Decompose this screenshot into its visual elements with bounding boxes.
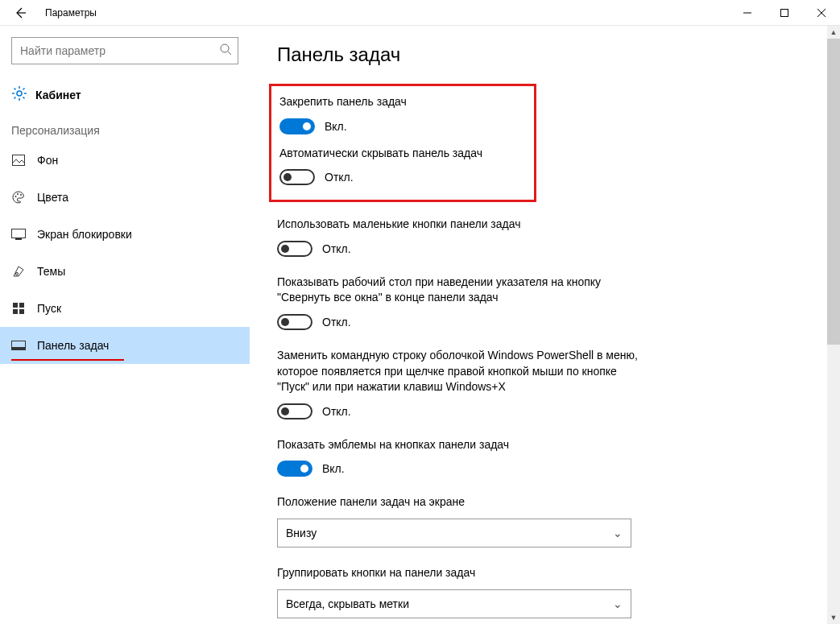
dropdown-label-position: Положение панели задач на экране (277, 494, 648, 510)
sidebar-item-label: Пуск (37, 302, 61, 315)
sidebar-item-background[interactable]: Фон (0, 142, 250, 179)
sidebar-item-label: Цвета (37, 191, 68, 204)
sidebar-item-label: Панель задач (37, 339, 109, 352)
taskbar-icon (11, 341, 26, 350)
titlebar: Параметры (0, 0, 840, 26)
toggle-peek[interactable] (277, 314, 312, 330)
palette-icon (11, 191, 26, 204)
content-area: Панель задач Закрепить панель задач Вкл.… (250, 26, 840, 624)
svg-rect-14 (13, 303, 18, 308)
sidebar-item-start[interactable]: Пуск (0, 290, 250, 327)
svg-point-13 (16, 273, 19, 275)
annotation-highlight-box: Закрепить панель задач Вкл. Автоматическ… (269, 84, 536, 202)
dropdown-position[interactable]: Внизу ⌄ (277, 519, 631, 548)
window-controls (729, 0, 840, 26)
scroll-up-icon[interactable]: ▲ (827, 26, 840, 39)
toggle-powershell[interactable] (277, 403, 312, 419)
start-icon (11, 303, 26, 314)
svg-point-10 (20, 194, 22, 196)
svg-line-5 (228, 52, 231, 55)
minimize-button[interactable] (729, 0, 766, 26)
setting-label-small-buttons: Использовать маленькие кнопки панели зад… (277, 217, 648, 233)
page-title: Панель задач (277, 43, 824, 66)
chevron-down-icon: ⌄ (613, 527, 623, 539)
scroll-thumb[interactable] (827, 39, 840, 345)
search-icon (219, 43, 232, 59)
sidebar-item-colors[interactable]: Цвета (0, 179, 250, 216)
lockscreen-icon (11, 229, 26, 240)
scroll-down-icon[interactable]: ▼ (827, 611, 840, 624)
svg-point-9 (17, 193, 19, 195)
toggle-state: Откл. (322, 405, 351, 418)
back-button[interactable] (8, 1, 32, 25)
toggle-state: Вкл. (322, 462, 345, 475)
toggle-badges[interactable] (277, 461, 312, 477)
sidebar-item-themes[interactable]: Темы (0, 253, 250, 290)
search-input[interactable] (11, 37, 238, 64)
svg-rect-16 (13, 309, 18, 314)
svg-point-4 (221, 44, 229, 52)
svg-point-8 (15, 196, 17, 197)
home-label: Кабинет (35, 89, 81, 101)
toggle-state: Вкл. (325, 120, 347, 133)
chevron-down-icon: ⌄ (613, 597, 623, 610)
svg-rect-12 (15, 238, 22, 240)
gear-icon (11, 85, 27, 105)
sidebar-item-label: Темы (37, 265, 65, 278)
toggle-state: Откл. (322, 316, 351, 329)
scrollbar[interactable]: ▲ ▼ (827, 26, 840, 624)
dropdown-combine[interactable]: Всегда, скрывать метки ⌄ (277, 589, 631, 618)
toggle-autohide[interactable] (279, 169, 315, 185)
toggle-state: Откл. (322, 242, 351, 255)
close-button[interactable] (803, 0, 840, 26)
home-link[interactable]: Кабинет (0, 79, 250, 116)
setting-label-autohide: Автоматически скрывать панель задач (279, 146, 526, 162)
sidebar: Кабинет Персонализация Фон Цвета Экран б… (0, 26, 250, 624)
picture-icon (11, 155, 26, 166)
sidebar-item-lockscreen[interactable]: Экран блокировки (0, 216, 250, 253)
setting-label-peek: Показывать рабочий стол при наведении ук… (277, 275, 648, 306)
group-label: Персонализация (0, 116, 250, 142)
setting-label-lock: Закрепить панель задач (279, 94, 526, 110)
toggle-state: Откл. (325, 171, 354, 184)
arrow-left-icon (14, 6, 27, 19)
svg-rect-15 (19, 303, 24, 308)
maximize-button[interactable] (766, 0, 803, 26)
sidebar-item-label: Фон (37, 154, 58, 167)
toggle-lock-taskbar[interactable] (279, 118, 315, 134)
dropdown-value: Внизу (286, 527, 317, 539)
themes-icon (11, 265, 26, 278)
svg-rect-17 (19, 309, 24, 314)
svg-rect-19 (12, 347, 26, 350)
sidebar-item-taskbar[interactable]: Панель задач (0, 327, 250, 364)
svg-point-6 (17, 91, 22, 96)
svg-rect-7 (13, 155, 25, 166)
setting-label-powershell: Заменить командную строку оболочкой Wind… (277, 348, 648, 395)
setting-label-badges: Показать эмблемы на кнопках панели задач (277, 437, 648, 453)
window-title: Параметры (45, 7, 97, 19)
dropdown-label-combine: Группировать кнопки на панели задач (277, 565, 648, 581)
sidebar-item-label: Экран блокировки (37, 228, 132, 241)
svg-rect-1 (781, 9, 788, 16)
svg-rect-11 (12, 229, 26, 238)
dropdown-value: Всегда, скрывать метки (286, 597, 409, 610)
toggle-small-buttons[interactable] (277, 241, 312, 257)
annotation-underline (11, 359, 124, 361)
